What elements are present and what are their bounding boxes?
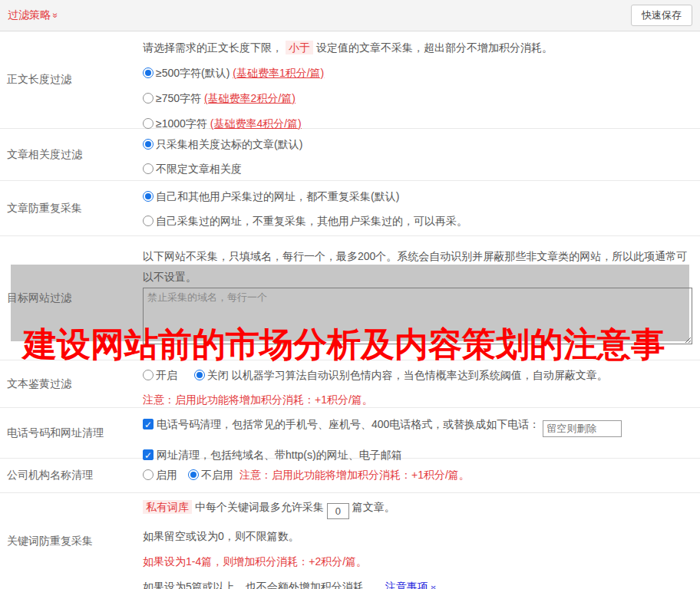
radio-checked-icon[interactable] (194, 370, 205, 380)
porn-filter-desc: 以机器学习算法自动识别色情内容，当色情概率达到系统阈值，自动屏蔽文章。 (232, 369, 608, 381)
row-label: 关键词防重复采集 (0, 493, 143, 589)
radio-icon[interactable] (143, 469, 154, 480)
length-option-500[interactable]: ≥500字符(默认) (基础费率1积分/篇) (143, 65, 695, 81)
quick-save-button[interactable]: 快速保存 (631, 5, 692, 26)
replacement-phone-input[interactable] (543, 420, 622, 437)
filter-strategy-page: 过滤策略» 快速保存 正文长度过滤 请选择需求的正文长度下限，小于设定值的文章不… (0, 0, 700, 589)
row-porn-filter: 文本鉴黄过滤 开启 关闭 以机器学习算法自动识别色情内容，当色情概率达到系统阈值… (0, 360, 700, 408)
company-option-off[interactable]: 不启用 (188, 469, 233, 482)
target-site-desc: 以下网站不采集，只填域名，每行一个，最多200个。系统会自动识别并屏蔽那些非文章… (143, 246, 695, 288)
length-option-750[interactable]: ≥750字符 (基础费率2积分/篇) (143, 90, 695, 106)
section-title: 过滤策略 (8, 8, 51, 21)
radio-checked-icon[interactable] (143, 191, 154, 202)
rate-note: (基础费率4积分/篇) (210, 117, 302, 130)
row-label: 文本鉴黄过滤 (0, 360, 143, 407)
rate-note: (基础费率1积分/篇) (233, 67, 324, 79)
company-clean-note: 注意：启用此功能将增加积分消耗：+1积分/篇。 (239, 469, 470, 482)
radio-icon[interactable] (143, 370, 154, 380)
checkbox-checked-icon[interactable] (143, 449, 154, 460)
row-keyword-dedup: 关键词防重复采集 私有词库中每个关键词最多允许采集 篇文章。 如果留空或设为0，… (0, 493, 700, 589)
max-articles-input[interactable] (327, 503, 349, 519)
row-text-length-filter: 正文长度过滤 请选择需求的正文长度下限，小于设定值的文章不采集，超出部分不增加积… (0, 31, 700, 129)
row-label: 正文长度过滤 (0, 31, 143, 128)
rate-note: (基础费率2积分/篇) (204, 92, 296, 104)
radio-icon[interactable] (143, 93, 154, 104)
dedup-option-own[interactable]: 自己采集过的网址，不重复采集，其他用户采集过的，可以再采。 (143, 213, 695, 229)
dedup-option-global[interactable]: 自己和其他用户采集过的网址，都不重复采集(默认) (143, 189, 695, 204)
phone-clean-option[interactable]: 电话号码清理，包括常见的手机号、座机号、400电话格式，或替换成如下电话： (143, 416, 695, 437)
row-url-dedup: 文章防重复采集 自己和其他用户采集过的网址，都不重复采集(默认) 自己采集过的网… (0, 181, 700, 236)
porn-option-off[interactable]: 关闭 (194, 369, 229, 381)
radio-checked-icon[interactable] (143, 139, 154, 150)
radio-icon[interactable] (143, 163, 154, 174)
chevron-down-icon: » (425, 585, 441, 589)
checkbox-checked-icon[interactable] (143, 419, 154, 429)
relevance-option-any[interactable]: 不限定文章相关度 (143, 161, 695, 176)
overlay-headline: 建设网站前的市场分析及内容策划的注意事 (23, 322, 665, 367)
radio-checked-icon[interactable] (188, 469, 199, 480)
header-bar: 过滤策略» 快速保存 (0, 0, 700, 31)
radio-icon[interactable] (143, 118, 154, 129)
row-label: 公司机构名称清理 (0, 459, 143, 492)
notice-link[interactable]: 注意事项» (385, 581, 436, 589)
private-lexicon-badge[interactable]: 私有词库 (143, 500, 192, 514)
less-than-badge: 小于 (286, 41, 313, 54)
row-company-clean: 公司机构名称清理 启用 不启用 注意：启用此功能将增加积分消耗：+1积分/篇。 (0, 459, 700, 493)
row-phone-url-clean: 电话号码和网址清理 电话号码清理，包括常见的手机号、座机号、400电话格式，或替… (0, 408, 700, 459)
relevance-option-strict[interactable]: 只采集相关度达标的文章(默认) (143, 137, 695, 152)
row-label: 文章防重复采集 (0, 181, 143, 235)
section-title-toggle[interactable]: 过滤策略» (8, 8, 58, 22)
row-label: 文章相关度过滤 (0, 129, 143, 180)
keyword-note-zero: 如果留空或设为0，则不限篇数。 (143, 528, 695, 545)
porn-option-on[interactable]: 开启 (143, 369, 177, 381)
radio-icon[interactable] (143, 216, 154, 226)
keyword-note-cost: 如果设为1-4篇，则增加积分消耗：+2积分/篇。 (143, 554, 695, 570)
porn-filter-note: 注意：启用此功能将增加积分消耗：+1积分/篇。 (143, 392, 695, 407)
radio-checked-icon[interactable] (143, 67, 154, 78)
text-length-intro: 请选择需求的正文长度下限，小于设定值的文章不采集，超出部分不增加积分消耗。 (143, 40, 695, 55)
chevron-down-icon: » (50, 13, 61, 18)
keyword-note-five: 如果设为5篇或以上，也不会额外增加积分消耗。 (143, 581, 375, 589)
company-option-on[interactable]: 启用 (143, 469, 177, 482)
row-relevance-filter: 文章相关度过滤 只采集相关度达标的文章(默认) 不限定文章相关度 (0, 129, 700, 181)
row-label: 电话号码和网址清理 (0, 408, 143, 458)
